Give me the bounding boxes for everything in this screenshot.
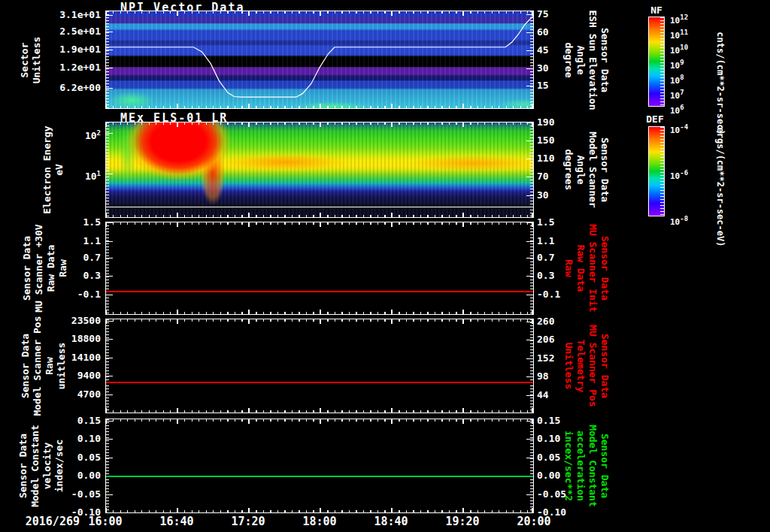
y-tick-mark-right [526,376,533,377]
y-tick-mark-left [106,133,113,134]
nf-colorbar-tick: 108 [670,72,708,86]
sun-elevation-line [106,11,533,108]
y-tick-mark-right [526,258,533,258]
x-minor-ticks-top [106,319,533,322]
y-tick-mark-left [106,276,113,277]
y-tick-mark-left [106,32,113,32]
y-tick-mark-right [526,340,533,340]
y-tick-mark-right [526,494,533,495]
y-tick-mark-left [106,15,113,16]
x-minor-ticks-top [106,419,533,422]
y-tick-label-left-p1: 6.2e+00 [42,83,101,93]
y-tick-mark-left [106,394,113,395]
y-tick-mark-right [526,86,533,86]
y-axis-title-p5: Sensor Data Model Constant velocity inde… [17,406,65,526]
y-tick-mark-left [106,512,113,513]
y-tick-mark-left [106,241,113,242]
y-tick-mark-left [106,174,113,174]
nf-colorbar [648,17,665,107]
panel-els-spectrogram [105,122,534,218]
y-tick-mark-right [526,177,533,177]
x-tick-label: 19:20 [438,516,487,527]
y-tick-mark-left [106,358,113,358]
y-tick-mark-left [106,439,113,440]
x-tick-label: 17:20 [224,516,272,527]
x-tick-label: 20:00 [510,516,558,527]
y-tick-mark-left [106,295,113,295]
x-minor-ticks-bottom [106,312,533,314]
x-minor-ticks-bottom [106,106,533,108]
y-tick-mark-right [526,68,533,69]
y-tick-mark-right [526,439,533,440]
y-tick-mark-right [526,141,533,141]
x-minor-ticks-top [106,222,533,225]
y-axis-title-p1: Sector Unitless [19,0,43,120]
y-tick-label-left-p1: 1.2e+01 [42,62,101,73]
y-tick-mark-right [526,395,533,396]
panel-mu-scanner-30v [105,222,534,315]
right-axis-title-p1: Sensor Data ESH Sun Elevation Angle degr… [562,0,611,120]
y-tick-label-left-p1: 2.5e+01 [42,26,101,37]
y-tick-label-left-p1: 1.9e+01 [42,44,101,55]
x-minor-ticks-top [106,122,533,125]
def-colorbar-title: DEF [645,113,665,125]
data-line-p3 [106,291,533,292]
y-tick-mark-left [106,376,113,376]
y-tick-mark-right [526,276,533,277]
nf-colorbar-tick: 1012 [670,12,708,26]
x-minor-ticks-bottom [106,215,533,217]
y-tick-mark-right [526,50,533,51]
y-tick-mark-left [106,458,113,458]
y-tick-mark-right [526,241,533,242]
nf-colorbar-tick: 107 [670,87,708,101]
nf-colorbar-tick: 109 [670,57,708,71]
y-tick-mark-right [526,159,533,159]
y-tick-mark-left [106,88,113,89]
x-tick-label: 18:00 [296,516,344,527]
nf-colorbar-tick: 106 [670,102,708,116]
y-tick-mark-left [106,258,113,258]
y-tick-mark-right [526,358,533,359]
y-tick-mark-right [526,458,533,458]
def-colorbar-tick: 10-4 [670,122,708,136]
y-tick-mark-right [526,512,533,513]
nf-colorbar-tick: 1010 [670,42,708,56]
right-axis-title-p5: Sensor Data Model Constant acceleration … [562,406,611,526]
panel-model-scanner-pos [105,319,534,413]
science-multipanel-plot: NPI Vector Data MEx ELS-01 LR NF cnts/(c… [0,0,770,532]
x-tick-label: 18:40 [367,516,415,527]
els-bottom-white-line [106,207,533,207]
def-colorbar-units: ergs/(cm**2-sr-sec-eV) [715,112,726,262]
y-tick-mark-right [526,195,533,196]
def-colorbar-tick: 10-8 [670,213,708,228]
y-tick-mark-left [106,68,113,68]
panel-npi-spectrogram [105,11,534,109]
y-tick-mark-right [526,32,533,33]
def-colorbar-tick: 10-6 [670,168,708,182]
def-colorbar [648,126,665,216]
panel-model-constant-velocity [105,419,534,513]
x-minor-ticks-bottom [106,410,533,413]
data-line-p5 [106,476,533,477]
y-tick-label-left-p1: 3.1e+01 [42,10,101,20]
x-tick-label: 16:40 [153,516,201,527]
nf-colorbar-title: NF [647,5,666,16]
x-tick-label: 16:00 [81,516,129,527]
y-tick-mark-left [106,339,113,340]
nf-colorbar-tick: 1011 [670,27,708,41]
x-minor-ticks-bottom [106,510,533,512]
y-tick-mark-right [526,295,533,295]
y-tick-mark-left [106,494,113,495]
x-minor-ticks-top [106,11,533,14]
data-line-p4 [106,382,533,383]
y-tick-mark-left [106,50,113,50]
